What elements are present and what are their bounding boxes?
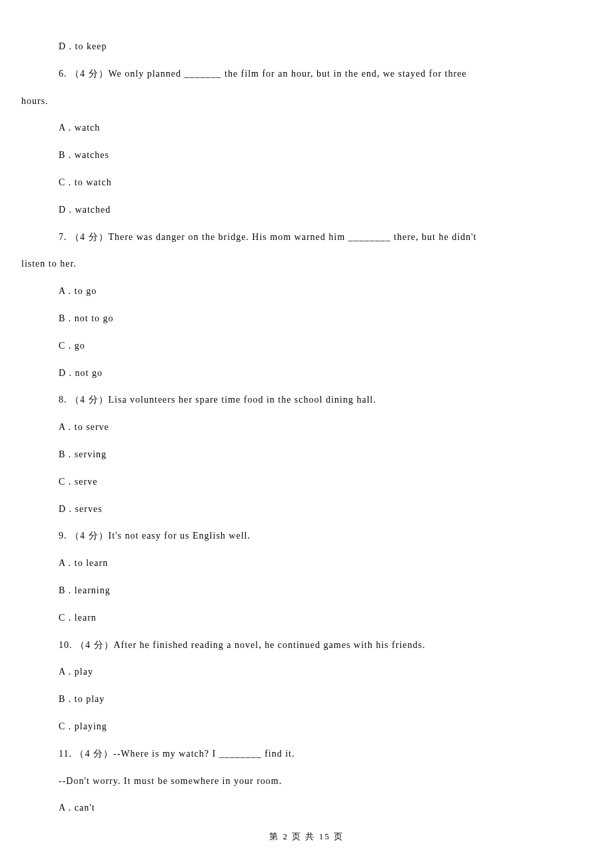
page-content: D . to keep6. （4 分）We only planned _____… [0, 0, 613, 852]
answer-option: A . play [20, 662, 593, 683]
answer-option: B . serving [20, 445, 593, 465]
question-continuation: hours. [21, 91, 593, 112]
answer-option: A . to serve [20, 417, 593, 438]
answer-option: A . watch [20, 118, 593, 139]
answer-option: D . not go [20, 363, 593, 384]
question-text: 10. （4 分）After he finished reading a nov… [20, 635, 593, 656]
answer-option: B . watches [20, 145, 593, 166]
question-text: 6. （4 分）We only planned _______ the film… [20, 64, 593, 85]
question-continuation: --Don't worry. It must be somewhere in y… [20, 771, 593, 792]
page-footer: 第 2 页 共 15 页 [0, 831, 613, 843]
answer-option: B . learning [20, 581, 593, 601]
answer-option: C . playing [20, 717, 593, 737]
answer-option: D . watched [20, 200, 593, 221]
answer-option: C . serve [20, 472, 593, 493]
answer-option: C . to watch [20, 173, 593, 193]
answer-option: B . not to go [20, 309, 593, 329]
question-text: 8. （4 分）Lisa volunteers her spare time f… [20, 390, 593, 411]
answer-option: D . serves [20, 499, 593, 520]
answer-option: A . can't [20, 798, 593, 819]
question-text: 11. （4 分）--Where is my watch? I ________… [20, 744, 593, 765]
answer-option: C . learn [20, 608, 593, 629]
answer-option: C . go [20, 336, 593, 357]
answer-option: B . to play [20, 689, 593, 710]
question-continuation: listen to her. [21, 254, 593, 275]
answer-option: D . to keep [20, 37, 593, 57]
answer-option: A . to learn [20, 553, 593, 574]
question-text: 9. （4 分）It's not easy for us English wel… [20, 526, 593, 547]
answer-option: A . to go [20, 281, 593, 302]
question-text: 7. （4 分）There was danger on the bridge. … [20, 227, 593, 248]
